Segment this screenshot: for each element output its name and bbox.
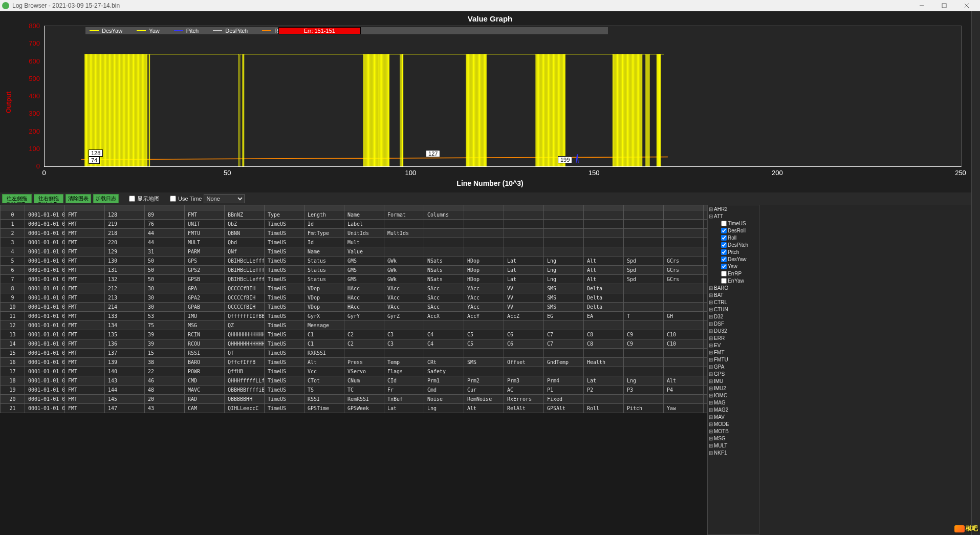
grid-cell[interactable]: FmtType <box>304 229 344 238</box>
grid-header-cell[interactable] <box>384 205 424 210</box>
grid-cell[interactable]: HDop <box>464 266 504 275</box>
table-row[interactable]: 130001-01-01 0...FMT13539RCINQHHHHHHHHHH… <box>1 330 708 339</box>
chart-marker[interactable]: 128 <box>89 149 103 157</box>
grid-cell[interactable]: 134 <box>105 321 145 330</box>
grid-header-cell[interactable] <box>65 205 105 210</box>
grid-cell[interactable]: VDop <box>304 293 344 303</box>
tree-checkbox[interactable] <box>721 221 727 226</box>
grid-cell[interactable]: BARO <box>185 358 225 367</box>
expand-icon[interactable]: ⊞ <box>708 371 714 377</box>
grid-cell[interactable]: UnitIds <box>344 229 384 238</box>
grid-cell[interactable]: HDop <box>464 256 504 266</box>
grid-cell[interactable]: Length <box>304 210 344 220</box>
grid-cell[interactable] <box>704 376 708 386</box>
grid-cell[interactable]: QIHLLeeccC <box>225 404 265 413</box>
grid-header-cell[interactable] <box>624 205 664 210</box>
grid-cell[interactable]: RSSI <box>304 395 344 404</box>
grid-cell[interactable]: QCCCCfBIH <box>225 293 265 303</box>
grid-cell[interactable] <box>424 247 464 256</box>
grid-cell[interactable]: 0001-01-01 0... <box>25 210 65 220</box>
grid-cell[interactable]: 140 <box>105 367 145 376</box>
tree-node[interactable]: ⊞MULT <box>708 442 759 449</box>
grid-cell[interactable]: 143 <box>105 376 145 386</box>
grid-cell[interactable] <box>544 238 584 247</box>
grid-cell[interactable]: Value <box>344 247 384 256</box>
right-scrollbar[interactable] <box>971 11 980 535</box>
grid-cell[interactable]: 0001-01-01 0... <box>25 330 65 339</box>
grid-cell[interactable]: FMT <box>65 266 105 275</box>
grid-cell[interactable]: CRt <box>424 358 464 367</box>
grid-cell[interactable]: QNf <box>225 247 265 256</box>
table-row[interactable]: 170001-01-01 0...FMT14022POWRQffHBTimeUS… <box>1 367 708 376</box>
expand-icon[interactable]: ⊞ <box>708 414 714 420</box>
grid-cell[interactable]: Qf <box>225 349 265 358</box>
show-map-check[interactable]: 显示地图 <box>129 195 160 203</box>
tree-node[interactable]: ⊞DU32 <box>708 327 759 334</box>
grid-cell[interactable] <box>704 247 708 256</box>
grid-cell[interactable]: QffffffIIfBBHH <box>225 312 265 321</box>
grid-cell[interactable]: FMT <box>65 238 105 247</box>
grid-cell[interactable]: NSats <box>424 275 464 284</box>
grid-cell[interactable] <box>504 367 544 376</box>
grid-cell[interactable]: Label <box>344 220 384 229</box>
tree-node[interactable]: ⊞ERR <box>708 334 759 341</box>
expand-icon[interactable]: ⊞ <box>708 335 714 341</box>
table-row[interactable]: 30001-01-01 0...FMT22044MULTQbdTimeUSIdM… <box>1 238 708 247</box>
row-number-cell[interactable]: 1 <box>1 220 25 229</box>
grid-cell[interactable]: Delta <box>584 303 624 312</box>
grid-cell[interactable]: Pitch <box>624 404 664 413</box>
grid-cell[interactable] <box>664 321 704 330</box>
grid-cell[interactable]: 131 <box>105 266 145 275</box>
grid-cell[interactable]: 0001-01-01 0... <box>25 395 65 404</box>
grid-cell[interactable]: 75 <box>145 321 185 330</box>
grid-cell[interactable]: QBBBBBHH <box>225 395 265 404</box>
grid-cell[interactable] <box>704 210 708 220</box>
grid-cell[interactable]: TimeUS <box>265 321 304 330</box>
grid-cell[interactable]: 0001-01-01 0... <box>25 238 65 247</box>
grid-cell[interactable]: TimeUS <box>265 349 304 358</box>
tree-node[interactable]: TimeUS <box>708 220 759 227</box>
grid-cell[interactable]: 50 <box>145 266 185 275</box>
expand-icon[interactable]: ⊞ <box>708 206 714 212</box>
grid-cell[interactable]: C5 <box>464 330 504 339</box>
error-band[interactable]: Err: 151-151 <box>278 27 361 34</box>
grid-cell[interactable] <box>544 210 584 220</box>
tree-checkbox[interactable] <box>721 278 727 284</box>
expand-icon[interactable]: ⊞ <box>708 400 714 405</box>
tree-checkbox[interactable] <box>721 249 727 255</box>
expand-icon[interactable]: ⊞ <box>708 299 714 305</box>
grid-cell[interactable]: YAcc <box>464 293 504 303</box>
grid-cell[interactable]: 0001-01-01 0... <box>25 367 65 376</box>
grid-cell[interactable]: VV <box>504 293 544 303</box>
table-row[interactable]: 80001-01-01 0...FMT21230GPAQCCCCfBIHTime… <box>1 284 708 293</box>
grid-cell[interactable] <box>704 220 708 229</box>
grid-header-cell[interactable] <box>424 205 464 210</box>
grid-cell[interactable]: QBBHBBffffiBB <box>225 386 265 395</box>
grid-cell[interactable]: SMS <box>464 358 504 367</box>
grid-cell[interactable]: VDop <box>304 303 344 312</box>
grid-cell[interactable]: 30 <box>145 284 185 293</box>
grid-cell[interactable]: 0001-01-01 0... <box>25 247 65 256</box>
grid-cell[interactable]: TS <box>304 386 344 395</box>
grid-cell[interactable]: GMS <box>344 256 384 266</box>
grid-cell[interactable] <box>664 349 704 358</box>
row-number-cell[interactable]: 6 <box>1 266 25 275</box>
grid-cell[interactable]: 0001-01-01 0... <box>25 266 65 275</box>
grid-cell[interactable]: FMT <box>65 303 105 312</box>
grid-cell[interactable] <box>664 247 704 256</box>
grid-cell[interactable]: YAcc <box>464 284 504 293</box>
table-row[interactable]: 70001-01-01 0...FMT13250GPSBQBIHBcLLefff… <box>1 275 708 284</box>
grid-cell[interactable] <box>704 339 708 349</box>
grid-cell[interactable] <box>624 293 664 303</box>
grid-cell[interactable]: 130 <box>105 256 145 266</box>
expand-icon[interactable]: ⊞ <box>708 364 714 370</box>
expand-icon[interactable]: ⊞ <box>708 429 714 434</box>
tree-node[interactable]: ⊟ATT <box>708 212 759 220</box>
grid-cell[interactable]: QBIHBcLLeffffB <box>225 275 265 284</box>
grid-cell[interactable]: 43 <box>145 404 185 413</box>
grid-cell[interactable]: IMU <box>185 312 225 321</box>
grid-cell[interactable]: Lat <box>504 256 544 266</box>
grid-cell[interactable]: P4 <box>664 386 704 395</box>
grid-header-cell[interactable] <box>544 205 584 210</box>
grid-cell[interactable]: Qbd <box>225 238 265 247</box>
